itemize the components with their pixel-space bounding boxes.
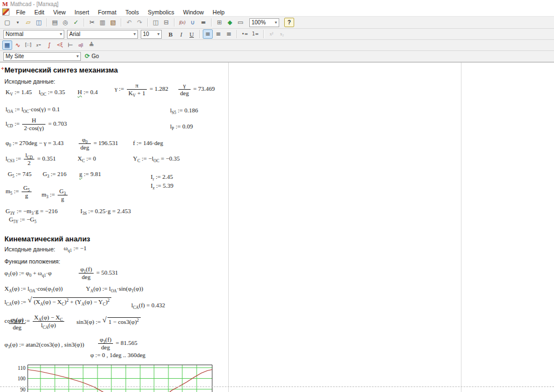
menu-file[interactable]: File [12,8,30,16]
print-preview-button[interactable]: ◎ [60,18,70,27]
symbolics-palette-button[interactable]: ≜ [86,40,96,50]
math-region[interactable]: φ3(φ) := atan2(cos3(φ) , sin3(φ)) [4,341,84,348]
math-region[interactable]: g := 9.81 [79,171,101,178]
math-region[interactable]: φ1(f)deg = 50.531 [78,266,118,281]
math-region[interactable]: γdeg = 73.469 [177,82,215,97]
insert-unit-button[interactable]: ∪ [188,18,198,27]
label-initial-data-2[interactable]: Исходные данные: [4,246,55,252]
section-heading-metric-synthesis[interactable]: Метрический синтез механизма [4,66,118,74]
graph-palette-button[interactable]: ∿ [13,40,23,50]
copy-button[interactable]: ▥ [98,18,107,27]
insert-component-button[interactable]: ⊞ [214,18,224,27]
math-region[interactable]: lP := 0.09 [170,123,193,130]
programming-palette-button[interactable]: ⊢ [65,40,75,50]
insert-data-button[interactable]: ◆ [225,18,235,27]
save-button[interactable]: ◫ [34,18,44,27]
font-select[interactable]: Arial ▾ [67,30,138,39]
calculus-palette-button[interactable]: ∫ [44,40,54,50]
bold-button[interactable]: B [166,29,176,39]
math-region[interactable]: I3S := 0.25·g = 2.453 [80,208,131,215]
math-region[interactable]: lCD := H2·cos(γ) = 0.703 [6,117,67,132]
math-region[interactable]: G5 := 745 [8,171,32,178]
math-region[interactable]: m3 := G3g [42,188,69,203]
section-heading-kinematic-analysis[interactable]: Кинематический анализ [4,235,90,243]
align-center-button[interactable]: ≡ [213,29,223,39]
spell-check-button[interactable]: ✓ [71,18,81,27]
underline-button[interactable]: U [187,29,197,39]
math-region[interactable]: lOC := 0.35 [39,89,65,96]
align-across-button[interactable]: ◫ [151,18,161,27]
redo-button[interactable]: ↷ [135,18,145,27]
new-window-button[interactable]: ▭ [235,18,245,27]
math-region[interactable]: f := 146·deg [133,140,163,147]
open-button[interactable]: ▱ [23,18,33,27]
worksheet-icon[interactable] [2,8,9,16]
worksheet[interactable]: + Метрический синтез механизма Исходные … [0,62,554,392]
print-button[interactable]: ▤ [50,18,60,27]
menu-tools[interactable]: Tools [121,8,143,16]
xy-plot-region[interactable]: 11010090 [0,360,222,392]
math-region[interactable]: G3Y := −m3·g = −216 [6,208,58,215]
greek-palette-button[interactable]: αβ [76,40,86,50]
math-region[interactable]: G5Y := −G5 [9,216,37,223]
math-region[interactable]: KV := 1.45 [6,89,32,96]
math-region[interactable]: lCS3 := lCD2 = 0.351 [6,152,56,167]
numbering-button[interactable]: 1≡ [250,29,260,39]
math-region[interactable]: m5 := G5g [6,184,33,199]
align-down-button[interactable]: ⊟ [161,18,171,27]
undo-button[interactable]: ↶ [124,18,134,27]
menu-insert[interactable]: Insert [70,8,94,16]
menu-window[interactable]: Window [179,8,208,16]
math-region[interactable]: XA(φ) := lOA·cos(φ1(φ)) [4,285,63,292]
math-region[interactable]: XC := 0 [78,155,96,162]
math-region[interactable]: H := 0.4 [78,89,98,96]
label-initial-data-1[interactable]: Исходные данные: [4,78,55,85]
math-region[interactable]: φ0 := 270deg − γ = 3.43 [6,140,64,147]
italic-button[interactable]: I [176,29,186,39]
math-region[interactable]: Iz := 5.39 [151,182,173,189]
cut-button[interactable]: ✂ [87,18,97,27]
new-dropdown-arrow[interactable]: ▾ [13,18,23,27]
align-left-button[interactable]: ≡ [203,29,213,39]
insert-function-button[interactable]: f(x) [177,18,187,27]
help-button[interactable]: ? [284,18,294,27]
font-size-select[interactable]: 10 ▾ [141,30,162,39]
math-region[interactable]: ωq1 := −1 [64,245,86,252]
new-button[interactable]: ▢ [2,18,12,27]
menu-edit[interactable]: Edit [30,8,49,16]
align-right-button[interactable]: ≡ [224,29,234,39]
menu-view[interactable]: View [49,8,70,16]
math-region[interactable]: YC := −lOC = −0.35 [133,155,180,162]
style-select[interactable]: Normal ▾ [3,30,64,39]
math-region[interactable]: φ3(f)deg = 81.565 [97,336,137,351]
boolean-palette-button[interactable]: <ξ [55,40,65,50]
math-region[interactable]: γ := πKV + 1 = 1.282 [115,82,168,97]
math-region[interactable]: φ1(φ) := φ0 + ωq1·φ [4,270,52,277]
matrix-palette-button[interactable]: [∷] [23,40,33,50]
math-region[interactable]: φ0deg = 196.531 [78,136,118,151]
math-region[interactable]: lOA := lOC·cos(γ) = 0.1 [6,106,60,113]
label-position-functions[interactable]: Функции положения: [4,258,60,265]
math-region[interactable]: φ := 0 , 1deg .. 360deg [90,352,146,359]
superscript-button[interactable]: x² [266,29,276,39]
math-region[interactable]: lCA(φ) := (XA(φ) − XC)2 + (YA(φ) − YC)2 [4,297,111,306]
math-region[interactable]: G3 := 216 [43,171,66,178]
menu-format[interactable]: Format [94,8,121,16]
subscript-button[interactable]: x₂ [277,29,287,39]
math-region[interactable]: sin3(φ) := 1 − cos3(φ)2 [76,317,141,326]
go-button[interactable]: ⟳ Go [83,52,101,61]
menu-symbolics[interactable]: Symbolics [143,8,179,16]
evaluate-button[interactable]: = [198,18,208,27]
math-region[interactable]: Ir := 2.45 [151,173,173,180]
math-region[interactable]: YA(φ) := lOA·sin(φ1(φ)) [86,285,143,292]
paste-button[interactable]: ▧ [108,18,118,27]
resources-select[interactable]: My Site ▾ [3,52,81,61]
math-region[interactable]: lCA(f) = 0.432 [131,302,165,309]
evaluation-palette-button[interactable]: x= [34,40,44,50]
zoom-select[interactable]: 100% ▾ [249,18,279,27]
math-region[interactable]: lS5 := 0.186 [170,107,198,114]
math-region[interactable]: φ3(φ)deg [8,316,27,331]
bullets-button[interactable]: •≡ [240,29,250,39]
menu-help[interactable]: Help [208,8,229,16]
calculator-palette-button[interactable]: ▦ [2,40,12,50]
